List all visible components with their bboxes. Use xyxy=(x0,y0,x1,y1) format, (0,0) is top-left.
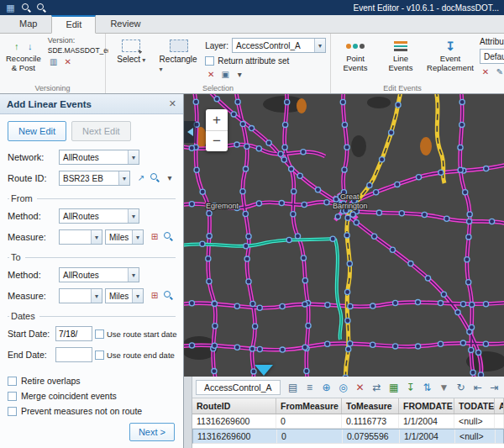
map-canvas[interactable]: Egremont Great Barrington + − xyxy=(184,94,504,377)
app-grid-icon[interactable]: ▦ xyxy=(5,3,16,13)
from-measure-select[interactable] xyxy=(59,229,102,245)
event-point-marker[interactable] xyxy=(330,236,335,241)
event-point-marker[interactable] xyxy=(460,302,465,307)
event-point-marker[interactable] xyxy=(253,324,258,329)
event-point-marker[interactable] xyxy=(193,99,198,104)
prevent-measures-checkbox[interactable] xyxy=(8,407,17,416)
event-point-marker[interactable] xyxy=(189,343,194,348)
event-point-marker[interactable] xyxy=(235,99,240,104)
event-point-marker[interactable] xyxy=(346,346,351,351)
event-point-marker[interactable] xyxy=(280,303,285,308)
event-point-marker[interactable] xyxy=(490,219,495,224)
event-point-marker[interactable] xyxy=(207,234,212,239)
clear-selection-icon[interactable]: ✕ xyxy=(205,69,217,81)
event-point-marker[interactable] xyxy=(342,122,347,127)
clear-attributes-icon[interactable]: ✕ xyxy=(480,66,491,78)
event-point-marker[interactable] xyxy=(344,145,349,150)
new-edit-button[interactable]: New Edit xyxy=(8,121,66,141)
event-point-marker[interactable] xyxy=(476,350,481,355)
to-measure-select[interactable] xyxy=(59,288,102,303)
event-point-marker[interactable] xyxy=(463,190,468,195)
column-header-ac[interactable]: AC xyxy=(495,398,504,414)
event-point-marker[interactable] xyxy=(325,341,330,346)
event-point-marker[interactable] xyxy=(315,187,320,192)
event-point-marker[interactable] xyxy=(438,301,443,306)
event-point-marker[interactable] xyxy=(340,99,345,104)
tab-map[interactable]: Map xyxy=(5,15,51,33)
event-point-marker[interactable] xyxy=(282,145,287,150)
event-point-marker[interactable] xyxy=(395,182,400,187)
version-properties-icon[interactable]: ▥ xyxy=(48,56,60,68)
event-point-marker[interactable] xyxy=(291,212,296,217)
measure-zoom-icon[interactable] xyxy=(163,290,175,302)
event-point-marker[interactable] xyxy=(302,278,307,283)
event-point-marker[interactable] xyxy=(458,145,463,150)
event-replacement-button[interactable]: ↧ Event Replacement xyxy=(426,36,475,76)
event-point-marker[interactable] xyxy=(285,99,290,104)
event-point-marker[interactable] xyxy=(467,212,472,217)
event-point-marker[interactable] xyxy=(207,211,212,216)
use-route-start-date-checkbox[interactable] xyxy=(95,329,104,339)
event-point-marker[interactable] xyxy=(189,145,194,150)
dock-table-panel-icon[interactable]: ⇥ xyxy=(487,380,502,395)
zoom-to-selected-icon[interactable]: ⊕ xyxy=(319,380,334,395)
event-point-marker[interactable] xyxy=(422,212,427,217)
reconcile-post-button[interactable]: ↑↓ Reconcile & Post xyxy=(4,36,43,76)
rectangle-tool-button[interactable]: Rectangle xyxy=(158,36,201,76)
show-selected-records-icon[interactable]: ▤ xyxy=(286,380,301,395)
clear-table-selection-icon[interactable]: ✕ xyxy=(353,380,368,395)
event-point-marker[interactable] xyxy=(415,300,420,305)
event-point-marker[interactable] xyxy=(367,182,372,187)
zoom-out-icon[interactable] xyxy=(36,3,46,13)
event-point-marker[interactable] xyxy=(396,103,401,108)
event-point-marker[interactable] xyxy=(470,370,475,375)
event-point-marker[interactable] xyxy=(306,323,311,328)
event-point-marker[interactable] xyxy=(266,140,271,145)
event-point-marker[interactable] xyxy=(283,122,288,127)
event-point-marker[interactable] xyxy=(234,303,239,308)
to-unit-select[interactable]: Miles xyxy=(105,288,144,303)
post-changes-icon[interactable]: ↑ xyxy=(10,40,24,53)
event-point-marker[interactable] xyxy=(438,341,443,346)
to-method-select[interactable]: AllRoutes xyxy=(59,267,139,282)
reconcile-icon[interactable]: ↓ xyxy=(24,40,37,53)
event-point-marker[interactable] xyxy=(408,261,413,266)
event-point-marker[interactable] xyxy=(301,256,306,261)
attribute-list-icon[interactable]: ≡ xyxy=(302,380,318,395)
event-point-marker[interactable] xyxy=(231,112,236,117)
route-id-select[interactable]: BSR23 EB xyxy=(59,171,130,186)
event-point-marker[interactable] xyxy=(257,305,262,310)
attribute-set-select[interactable]: Default xyxy=(480,49,504,64)
switch-selection-icon[interactable]: ⇄ xyxy=(370,380,385,395)
event-point-marker[interactable] xyxy=(246,234,251,239)
event-point-marker[interactable] xyxy=(465,257,470,262)
event-point-marker[interactable] xyxy=(455,310,460,315)
event-point-marker[interactable] xyxy=(244,256,249,261)
event-point-marker[interactable] xyxy=(350,212,355,217)
table-tab-accesscontrol[interactable]: AccessControl_A xyxy=(196,380,281,395)
line-events-button[interactable]: Line Events xyxy=(381,36,421,76)
zoom-in-icon[interactable] xyxy=(21,3,31,13)
event-point-marker[interactable] xyxy=(207,279,212,284)
event-point-marker[interactable] xyxy=(376,210,381,215)
column-header-routeid[interactable]: RouteID xyxy=(192,398,276,414)
event-point-marker[interactable] xyxy=(250,301,255,306)
event-point-marker[interactable] xyxy=(244,244,249,249)
event-point-marker[interactable] xyxy=(484,166,489,171)
select-features-icon[interactable]: ▣ xyxy=(219,69,231,81)
event-point-marker[interactable] xyxy=(345,289,350,294)
event-point-marker[interactable] xyxy=(372,234,377,239)
event-point-marker[interactable] xyxy=(289,166,294,171)
event-point-marker[interactable] xyxy=(234,142,239,147)
event-point-marker[interactable] xyxy=(194,167,199,172)
event-point-marker[interactable] xyxy=(345,318,350,323)
event-point-marker[interactable] xyxy=(370,303,375,308)
event-point-marker[interactable] xyxy=(390,247,395,252)
event-point-marker[interactable] xyxy=(324,200,329,205)
event-point-marker[interactable] xyxy=(200,241,205,246)
tab-edit[interactable]: Edit xyxy=(51,15,96,34)
column-header-fromdate[interactable]: FROMDATE xyxy=(399,398,454,414)
from-method-select[interactable]: AllRoutes xyxy=(59,208,139,224)
next-button[interactable]: Next > xyxy=(129,423,175,441)
next-edit-button[interactable]: Next Edit xyxy=(71,121,131,141)
